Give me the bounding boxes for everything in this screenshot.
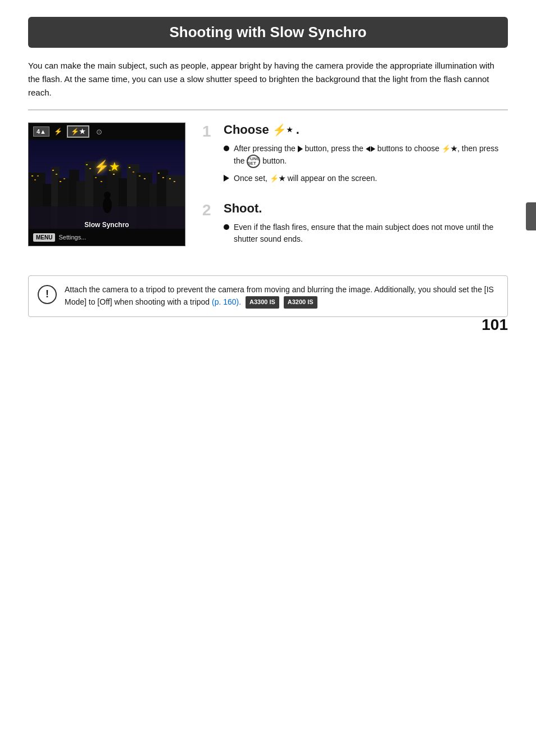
steps-section: 1 Choose ⚡★ . After p: [202, 123, 508, 262]
bullet-triangle-icon: [224, 175, 229, 182]
svg-rect-18: [37, 175, 39, 176]
svg-point-39: [104, 192, 111, 198]
main-content: 4▲ ⚡ ⚡★ ⊙: [28, 123, 508, 262]
arrow-right: [371, 146, 375, 152]
step-1-bullet-2-text: Once set, ⚡★ will appear on the screen.: [234, 173, 377, 184]
func-set-button: FUNCSET: [247, 155, 260, 168]
flash-overlay-icon: ⚡★: [94, 160, 120, 174]
step-1-bullet-1-text: After pressing the button, press the but…: [234, 143, 508, 168]
note-text-content: Attach the camera to a tripod to prevent…: [65, 284, 498, 309]
step-2-title-text: Shoot.: [224, 201, 262, 216]
svg-rect-22: [63, 178, 65, 179]
arrows-lr-icon: [366, 146, 375, 152]
badge-a3200is: A3200 IS: [284, 296, 317, 308]
camera-bottom-bar: MENU Settings...: [29, 229, 185, 246]
badge-a3300is: A3300 IS: [246, 296, 279, 308]
step-1: 1 Choose ⚡★ . After p: [202, 123, 508, 189]
step-1-bullets: After pressing the button, press the but…: [224, 143, 508, 184]
svg-rect-26: [101, 181, 102, 182]
step-1-bullet-1: After pressing the button, press the but…: [224, 143, 508, 168]
svg-rect-21: [60, 181, 61, 182]
svg-rect-35: [169, 178, 171, 179]
slow-synchro-choose-icon: ⚡★: [442, 143, 457, 155]
section-divider: [28, 110, 508, 110]
city-skyline-svg: [29, 140, 185, 229]
step-1-title: Choose ⚡★ .: [224, 123, 508, 137]
svg-rect-23: [86, 164, 88, 165]
svg-rect-36: [174, 181, 175, 182]
camera-scene: ⚡★: [29, 140, 185, 229]
step-1-title-period: .: [296, 123, 299, 137]
step-1-title-text: Choose: [224, 123, 269, 137]
page-title-box: Shooting with Slow Synchro: [28, 17, 508, 48]
step-1-content: Choose ⚡★ . After pressing the button, p…: [224, 123, 508, 189]
menu-button-label: MENU: [33, 233, 55, 242]
settings-text: Settings...: [58, 234, 86, 241]
note-link-text[interactable]: (p. 160).: [212, 297, 241, 306]
camera-screenshot: 4▲ ⚡ ⚡★ ⊙: [28, 123, 185, 246]
step-2-bullet-1-text: Even if the flash fires, ensure that the…: [234, 221, 508, 245]
svg-rect-17: [34, 179, 36, 180]
step-2: 2 Shoot. Even if the flash fires, ensure…: [202, 201, 508, 250]
svg-rect-19: [52, 170, 54, 171]
svg-rect-20: [56, 174, 57, 175]
arrow-left: [366, 146, 370, 152]
camera-top-bar: 4▲ ⚡ ⚡★ ⊙: [29, 123, 185, 140]
camera-icon-circle: ⊙: [96, 128, 102, 136]
caution-icon: !: [38, 285, 57, 304]
step-2-bullet-1: Even if the flash fires, ensure that the…: [224, 221, 508, 245]
intro-paragraph: You can make the main subject, such as p…: [28, 59, 508, 99]
step-2-bullets: Even if the flash fires, ensure that the…: [224, 221, 508, 245]
svg-rect-24: [89, 168, 91, 169]
svg-point-38: [103, 197, 112, 213]
svg-rect-31: [139, 175, 140, 176]
step-1-bullet-2: Once set, ⚡★ will appear on the screen.: [224, 173, 508, 184]
svg-rect-34: [162, 177, 164, 178]
page-number: 101: [482, 316, 508, 334]
slow-synchro-inline-icon: ⚡★: [272, 123, 293, 137]
bullet-circle-2-icon: [224, 224, 229, 230]
svg-rect-16: [31, 175, 33, 176]
bullet-circle-icon: [224, 146, 229, 151]
step-1-number: 1: [202, 124, 218, 189]
slow-synchro-label: Slow Synchro: [29, 221, 185, 229]
slow-synchro-onceset-icon: ⚡★: [270, 173, 285, 184]
camera-icon-slow-synchro-selected: ⚡★: [67, 125, 89, 138]
step-2-title: Shoot.: [224, 201, 508, 216]
camera-icon-lightning: ⚡: [54, 128, 62, 135]
step-2-content: Shoot. Even if the flash fires, ensure t…: [224, 201, 508, 250]
note-main-text: Attach the camera to a tripod to prevent…: [65, 285, 494, 306]
note-box: ! Attach the camera to a tripod to preve…: [28, 275, 508, 317]
svg-rect-29: [129, 167, 130, 168]
page-title: Shooting with Slow Synchro: [42, 24, 494, 41]
step-2-number: 2: [202, 202, 218, 250]
svg-rect-25: [95, 177, 97, 178]
camera-icon-4a: 4▲: [33, 126, 49, 137]
side-tab: [526, 202, 536, 230]
svg-rect-32: [144, 178, 146, 179]
arrow-right-icon: [298, 146, 303, 152]
svg-rect-30: [133, 171, 134, 173]
svg-rect-33: [158, 173, 160, 174]
